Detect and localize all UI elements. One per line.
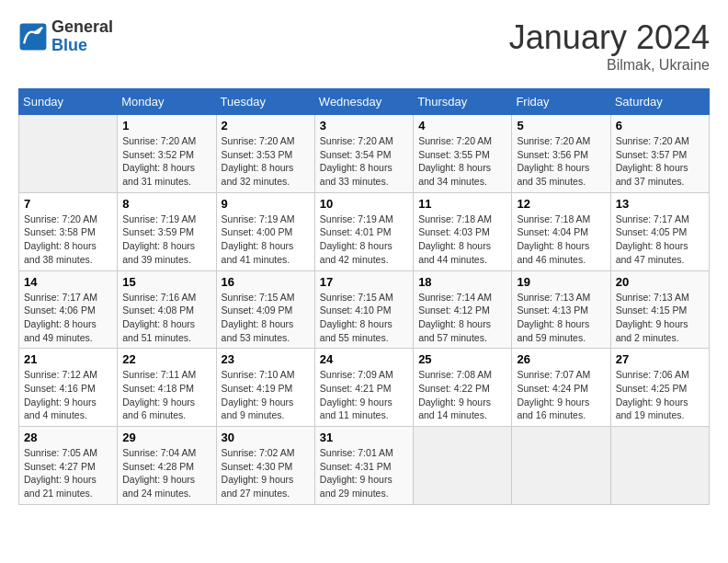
header-friday: Friday <box>512 89 610 115</box>
sunrise-text: Sunrise: 7:07 AM <box>517 368 605 382</box>
sunrise-text: Sunrise: 7:17 AM <box>24 291 112 304</box>
sunset-text: Sunset: 4:25 PM <box>616 382 704 396</box>
day-info: Sunrise: 7:20 AMSunset: 3:58 PMDaylight:… <box>24 213 112 267</box>
daylight-text-line1: Daylight: 9 hours <box>517 396 605 409</box>
sunrise-text: Sunrise: 7:11 AM <box>122 368 210 382</box>
sunset-text: Sunset: 4:30 PM <box>222 460 310 474</box>
day-info: Sunrise: 7:11 AMSunset: 4:18 PMDaylight:… <box>122 368 210 422</box>
calendar-header: Sunday Monday Tuesday Wednesday Thursday… <box>19 89 710 115</box>
sunrise-text: Sunrise: 7:20 AM <box>24 213 112 226</box>
day-info: Sunrise: 7:17 AMSunset: 4:05 PMDaylight:… <box>616 213 704 267</box>
daylight-text-line2: and 47 minutes. <box>616 253 704 267</box>
calendar-week-row: 1Sunrise: 7:20 AMSunset: 3:52 PMDaylight… <box>19 115 710 193</box>
daylight-text-line1: Daylight: 8 hours <box>222 317 310 331</box>
sunrise-text: Sunrise: 7:06 AM <box>616 368 704 382</box>
daylight-text-line1: Daylight: 8 hours <box>418 161 506 175</box>
calendar-cell: 18Sunrise: 7:14 AMSunset: 4:12 PMDayligh… <box>414 270 512 349</box>
day-number: 24 <box>320 352 408 366</box>
calendar-cell: 17Sunrise: 7:15 AMSunset: 4:10 PMDayligh… <box>314 270 413 349</box>
calendar-cell <box>19 115 118 193</box>
calendar-cell: 30Sunrise: 7:02 AMSunset: 4:30 PMDayligh… <box>216 427 314 505</box>
sunset-text: Sunset: 3:58 PM <box>24 225 112 239</box>
day-info: Sunrise: 7:13 AMSunset: 4:13 PMDaylight:… <box>517 291 605 345</box>
header-monday: Monday <box>118 89 216 115</box>
day-number: 13 <box>616 197 704 211</box>
calendar-cell: 13Sunrise: 7:17 AMSunset: 4:05 PMDayligh… <box>610 192 709 270</box>
day-number: 5 <box>517 119 605 132</box>
sunset-text: Sunset: 4:16 PM <box>24 382 112 396</box>
day-info: Sunrise: 7:15 AMSunset: 4:09 PMDaylight:… <box>222 291 310 345</box>
daylight-text-line2: and 24 minutes. <box>122 487 210 500</box>
calendar-cell: 8Sunrise: 7:19 AMSunset: 3:59 PMDaylight… <box>118 192 216 270</box>
sunset-text: Sunset: 3:59 PM <box>122 225 210 239</box>
day-info: Sunrise: 7:19 AMSunset: 4:01 PMDaylight:… <box>320 213 408 267</box>
day-number: 2 <box>222 119 310 132</box>
daylight-text-line2: and 9 minutes. <box>222 408 310 422</box>
sunrise-text: Sunrise: 7:18 AM <box>418 213 506 226</box>
daylight-text-line1: Daylight: 9 hours <box>320 396 408 409</box>
daylight-text-line2: and 29 minutes. <box>320 487 408 500</box>
sunset-text: Sunset: 4:22 PM <box>418 382 506 396</box>
daylight-text-line2: and 19 minutes. <box>616 408 704 422</box>
sunrise-text: Sunrise: 7:15 AM <box>320 291 408 304</box>
day-number: 26 <box>517 352 605 366</box>
calendar-cell <box>610 427 709 505</box>
daylight-text-line2: and 2 minutes. <box>616 331 704 345</box>
calendar-cell: 9Sunrise: 7:19 AMSunset: 4:00 PMDaylight… <box>216 192 314 270</box>
day-info: Sunrise: 7:20 AMSunset: 3:57 PMDaylight:… <box>616 134 704 189</box>
daylight-text-line2: and 37 minutes. <box>616 175 704 189</box>
calendar-cell: 10Sunrise: 7:19 AMSunset: 4:01 PMDayligh… <box>314 192 413 270</box>
day-info: Sunrise: 7:20 AMSunset: 3:56 PMDaylight:… <box>517 134 605 189</box>
calendar-table: Sunday Monday Tuesday Wednesday Thursday… <box>18 88 710 505</box>
day-number: 18 <box>418 275 506 289</box>
daylight-text-line1: Daylight: 8 hours <box>24 239 112 253</box>
daylight-text-line1: Daylight: 9 hours <box>616 396 704 409</box>
sunset-text: Sunset: 4:12 PM <box>418 304 506 317</box>
sunrise-text: Sunrise: 7:16 AM <box>122 291 210 304</box>
daylight-text-line2: and 57 minutes. <box>418 331 506 345</box>
sunset-text: Sunset: 4:13 PM <box>517 304 605 317</box>
day-number: 30 <box>222 431 310 444</box>
sunset-text: Sunset: 4:27 PM <box>24 460 112 474</box>
header-sunday: Sunday <box>19 89 118 115</box>
calendar-cell: 5Sunrise: 7:20 AMSunset: 3:56 PMDaylight… <box>512 115 610 193</box>
day-info: Sunrise: 7:13 AMSunset: 4:15 PMDaylight:… <box>616 291 704 345</box>
daylight-text-line1: Daylight: 8 hours <box>122 317 210 331</box>
day-info: Sunrise: 7:19 AMSunset: 4:00 PMDaylight:… <box>222 213 310 267</box>
daylight-text-line2: and 59 minutes. <box>517 331 605 345</box>
day-number: 27 <box>616 352 704 366</box>
calendar-cell: 6Sunrise: 7:20 AMSunset: 3:57 PMDaylight… <box>610 115 709 193</box>
header-thursday: Thursday <box>414 89 512 115</box>
sunset-text: Sunset: 4:04 PM <box>517 225 605 239</box>
day-info: Sunrise: 7:02 AMSunset: 4:30 PMDaylight:… <box>222 446 310 500</box>
sunset-text: Sunset: 4:01 PM <box>320 225 408 239</box>
sunrise-text: Sunrise: 7:08 AM <box>418 368 506 382</box>
calendar-cell: 11Sunrise: 7:18 AMSunset: 4:03 PMDayligh… <box>414 192 512 270</box>
sunset-text: Sunset: 3:54 PM <box>320 148 408 162</box>
calendar-week-row: 14Sunrise: 7:17 AMSunset: 4:06 PMDayligh… <box>19 270 710 349</box>
day-number: 6 <box>616 119 704 132</box>
day-info: Sunrise: 7:05 AMSunset: 4:27 PMDaylight:… <box>24 446 112 500</box>
day-info: Sunrise: 7:20 AMSunset: 3:52 PMDaylight:… <box>122 134 210 189</box>
day-number: 1 <box>122 119 210 132</box>
daylight-text-line1: Daylight: 8 hours <box>122 161 210 175</box>
sunrise-text: Sunrise: 7:05 AM <box>24 446 112 460</box>
daylight-text-line1: Daylight: 8 hours <box>517 317 605 331</box>
daylight-text-line1: Daylight: 9 hours <box>122 473 210 487</box>
sunrise-text: Sunrise: 7:13 AM <box>616 291 704 304</box>
calendar-cell: 2Sunrise: 7:20 AMSunset: 3:53 PMDaylight… <box>216 115 314 193</box>
day-number: 23 <box>222 352 310 366</box>
calendar-cell: 27Sunrise: 7:06 AMSunset: 4:25 PMDayligh… <box>610 349 709 427</box>
day-number: 31 <box>320 431 408 444</box>
daylight-text-line2: and 46 minutes. <box>517 253 605 267</box>
day-info: Sunrise: 7:09 AMSunset: 4:21 PMDaylight:… <box>320 368 408 422</box>
daylight-text-line1: Daylight: 8 hours <box>418 239 506 253</box>
daylight-text-line2: and 44 minutes. <box>418 253 506 267</box>
daylight-text-line1: Daylight: 8 hours <box>222 161 310 175</box>
daylight-text-line1: Daylight: 9 hours <box>24 396 112 409</box>
calendar-cell: 20Sunrise: 7:13 AMSunset: 4:15 PMDayligh… <box>610 270 709 349</box>
sunrise-text: Sunrise: 7:01 AM <box>320 446 408 460</box>
calendar-cell: 15Sunrise: 7:16 AMSunset: 4:08 PMDayligh… <box>118 270 216 349</box>
location: Bilmak, Ukraine <box>509 57 710 74</box>
calendar-cell: 26Sunrise: 7:07 AMSunset: 4:24 PMDayligh… <box>512 349 610 427</box>
